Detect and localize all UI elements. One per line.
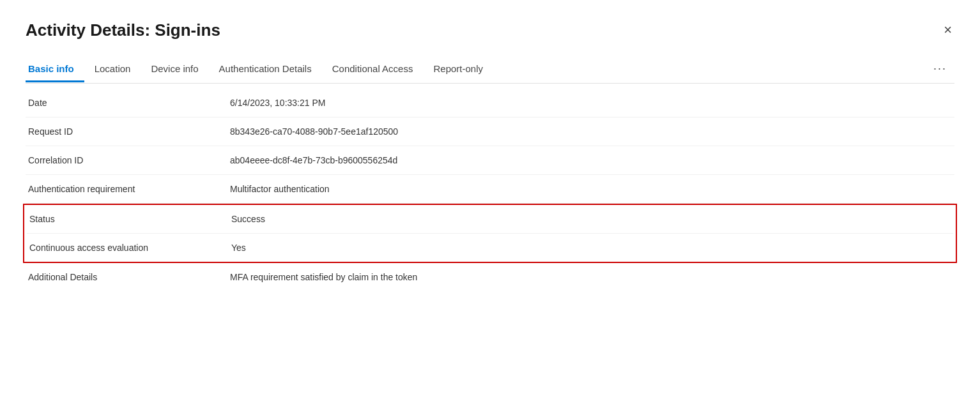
value-additional-details: MFA requirement satisfied by claim in th… bbox=[230, 272, 417, 282]
tab-authentication-details[interactable]: Authentication Details bbox=[209, 57, 322, 82]
value-auth-requirement: Multifactor authentication bbox=[230, 184, 330, 194]
highlighted-section: Status Success Continuous access evaluat… bbox=[23, 204, 957, 263]
close-button[interactable]: × bbox=[941, 20, 954, 40]
tabs-more-button[interactable]: ··· bbox=[926, 56, 954, 84]
details-table: Date 6/14/2023, 10:33:21 PM Request ID 8… bbox=[26, 89, 954, 291]
label-correlation-id: Correlation ID bbox=[26, 155, 230, 165]
row-auth-requirement: Authentication requirement Multifactor a… bbox=[26, 175, 954, 204]
label-status: Status bbox=[27, 214, 231, 224]
label-additional-details: Additional Details bbox=[26, 272, 230, 282]
tab-device-info[interactable]: Device info bbox=[141, 57, 208, 82]
tab-basic-info[interactable]: Basic info bbox=[26, 57, 84, 82]
value-status: Success bbox=[231, 214, 265, 224]
label-date: Date bbox=[26, 98, 230, 108]
row-continuous-access: Continuous access evaluation Yes bbox=[27, 234, 953, 262]
dialog-header: Activity Details: Sign-ins × bbox=[26, 20, 954, 40]
value-continuous-access: Yes bbox=[231, 243, 246, 253]
label-request-id: Request ID bbox=[26, 126, 230, 137]
activity-details-dialog: Activity Details: Sign-ins × Basic info … bbox=[0, 0, 980, 415]
row-request-id: Request ID 8b343e26-ca70-4088-90b7-5ee1a… bbox=[26, 117, 954, 146]
value-request-id: 8b343e26-ca70-4088-90b7-5ee1af120500 bbox=[230, 126, 398, 137]
tab-location[interactable]: Location bbox=[84, 57, 141, 82]
tabs-bar: Basic info Location Device info Authenti… bbox=[26, 56, 954, 84]
dialog-title: Activity Details: Sign-ins bbox=[26, 20, 220, 40]
row-additional-details: Additional Details MFA requirement satis… bbox=[26, 263, 954, 291]
label-continuous-access: Continuous access evaluation bbox=[27, 243, 231, 253]
tab-conditional-access[interactable]: Conditional Access bbox=[322, 57, 424, 82]
label-auth-requirement: Authentication requirement bbox=[26, 184, 230, 194]
value-correlation-id: ab04eeee-dc8f-4e7b-73cb-b9600556254d bbox=[230, 155, 397, 165]
row-status: Status Success bbox=[27, 205, 953, 234]
row-date: Date 6/14/2023, 10:33:21 PM bbox=[26, 89, 954, 117]
value-date: 6/14/2023, 10:33:21 PM bbox=[230, 98, 325, 108]
tab-report-only[interactable]: Report-only bbox=[423, 57, 493, 82]
row-correlation-id: Correlation ID ab04eeee-dc8f-4e7b-73cb-b… bbox=[26, 146, 954, 175]
